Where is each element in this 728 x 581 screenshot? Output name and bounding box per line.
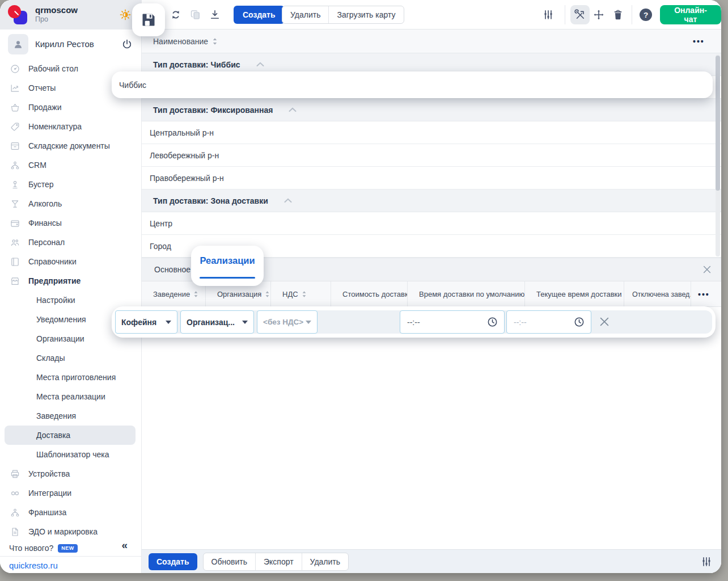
create-realization-button[interactable]: Создать	[149, 553, 197, 570]
book-icon	[9, 256, 20, 267]
col-vat[interactable]: НДС	[271, 281, 331, 307]
sidebar-item-sale-places[interactable]: Места реализации	[0, 387, 141, 406]
zone-row[interactable]: Центральный р-н	[142, 121, 721, 144]
sidebar-item-receipt-template[interactable]: Шаблонизатор чека	[0, 445, 141, 464]
vat-select[interactable]: <без НДС>	[257, 310, 318, 334]
logout-power-icon[interactable]	[121, 39, 133, 50]
load-map-button[interactable]: Загрузить карту	[328, 6, 403, 23]
sidebar-item-sales[interactable]: Продажи	[0, 98, 141, 117]
clock-icon	[573, 316, 585, 328]
sidebar-item-alcohol[interactable]: Алкоголь	[0, 194, 141, 213]
org-chart-icon	[9, 160, 20, 171]
martini-icon	[9, 199, 20, 209]
sidebar-menu: Рабочий стол Отчеты Продажи Номенклатура…	[0, 59, 141, 541]
create-zone-button[interactable]: Создать	[234, 6, 285, 24]
caret-down-icon	[242, 321, 248, 324]
scrollbar-track[interactable]	[716, 54, 720, 256]
main-content: Наименование ••• Тип доставки: Чиббис Чи…	[142, 30, 721, 573]
col-current-time[interactable]: Текущее время доставки	[525, 281, 624, 307]
sidebar-item-staff[interactable]: Персонал	[0, 233, 141, 252]
sidebar-item-warehouses[interactable]: Склады	[0, 348, 141, 368]
online-chat-button[interactable]: Онлайн-чат	[660, 5, 721, 24]
filter-sliders-icon[interactable]	[543, 9, 554, 20]
sidebar-item-warehouse-docs[interactable]: Складские документы	[0, 136, 141, 155]
caret-down-icon	[166, 321, 171, 324]
active-tab-underline	[200, 277, 255, 279]
infinity-icon	[9, 488, 20, 499]
close-panel-icon[interactable]	[701, 264, 713, 275]
zone-row[interactable]: Левобережный р-н	[142, 144, 721, 167]
brand-plan: Про	[35, 15, 48, 23]
tab-main[interactable]: Основное	[154, 265, 191, 274]
document-icon	[9, 527, 20, 537]
col-delivery-cost[interactable]: Стоимость доставки	[331, 281, 408, 307]
sort-icon[interactable]	[265, 290, 270, 298]
sidebar-item-booster[interactable]: Бустер	[0, 175, 141, 194]
sidebar-item-venues[interactable]: Заведения	[0, 406, 141, 426]
chibbis-row-spotlight[interactable]: Чиббис	[112, 71, 713, 98]
wallet-icon	[9, 218, 20, 229]
organization-select[interactable]: Организац...	[180, 310, 254, 334]
zone-row[interactable]: Центр	[142, 212, 721, 235]
toolbar-divider	[632, 5, 632, 24]
sidebar-item-devices[interactable]: Устройства	[0, 464, 141, 483]
current-time-input[interactable]: --:--	[506, 310, 591, 334]
sort-icon[interactable]	[193, 290, 198, 298]
sort-icon[interactable]	[212, 37, 218, 45]
col-disabled-venue[interactable]: Отключена завед...	[624, 281, 691, 307]
group-header-fixed[interactable]: Тип доставки: Фиксированная	[142, 99, 721, 121]
sidebar-item-delivery-selected[interactable]: Доставка	[5, 426, 136, 445]
scrollbar-thumb[interactable]	[716, 56, 720, 191]
sidebar-item-cook-places[interactable]: Места приготовления	[0, 368, 141, 387]
user-row: Кирилл Рестов	[0, 30, 141, 59]
delete-zone-button[interactable]: Удалить	[282, 6, 328, 23]
download-icon[interactable]	[209, 9, 221, 20]
save-button-spotlight[interactable]	[132, 3, 165, 36]
col-default-time[interactable]: Время доставки по умолчанию	[408, 281, 525, 307]
sidebar-item-enterprise[interactable]: Предприятие	[0, 271, 141, 290]
quickresto-link[interactable]: quickresto.ru	[9, 561, 58, 570]
active-tab-spotlight[interactable]: Реализации	[191, 246, 264, 286]
sidebar-item-directories[interactable]: Справочники	[0, 252, 141, 271]
col-venue[interactable]: Заведение	[142, 281, 206, 307]
reports-icon	[9, 83, 20, 94]
quickresto-logo	[8, 5, 27, 24]
toolbar-divider	[565, 5, 565, 24]
tools-icon	[574, 9, 586, 20]
save-floppy-icon	[141, 12, 156, 28]
collapse-sidebar-icon[interactable]: «	[121, 539, 128, 551]
desktop-icon	[9, 64, 20, 74]
trash-icon[interactable]	[612, 9, 624, 20]
sidebar-item-franchise[interactable]: Франшиза	[0, 503, 141, 522]
sidebar-item-integrations[interactable]: Интеграции	[0, 483, 141, 503]
tools-mode-button[interactable]	[570, 5, 590, 24]
sales-basket-icon	[9, 102, 20, 113]
avatar	[8, 34, 28, 54]
venue-select[interactable]: Кофейня	[115, 310, 177, 334]
default-time-input[interactable]: --:--	[400, 310, 505, 334]
zones-table-header: Наименование •••	[142, 30, 721, 53]
sidebar-item-crm[interactable]: CRM	[0, 155, 141, 175]
export-button[interactable]: Экспорт	[255, 553, 302, 570]
refresh-button[interactable]: Обновить	[204, 553, 255, 570]
columns-more-menu[interactable]: •••	[691, 281, 721, 307]
refresh-icon[interactable]	[170, 9, 181, 20]
copy-icon[interactable]	[190, 9, 201, 20]
sidebar-item-nomenclature[interactable]: Номенклатура	[0, 117, 141, 136]
move-icon[interactable]	[593, 9, 604, 20]
whats-new-row[interactable]: Что нового? NEW	[0, 540, 141, 556]
help-icon[interactable]: ?	[640, 9, 652, 21]
tab-realizations[interactable]: Реализации	[191, 255, 264, 266]
group-header-zone[interactable]: Тип доставки: Зона доставки	[142, 190, 721, 212]
theme-brightness-icon[interactable]	[119, 9, 132, 21]
booster-lever-icon	[9, 179, 20, 190]
zone-row[interactable]: Правобережный р-н	[142, 167, 721, 190]
sidebar-item-edo[interactable]: ЭДО и маркировка	[0, 522, 141, 541]
remove-row-icon[interactable]	[598, 315, 611, 328]
storefront-icon	[9, 276, 20, 287]
table-more-menu[interactable]: •••	[693, 30, 705, 53]
sort-icon[interactable]	[302, 290, 307, 298]
footer-sliders-icon[interactable]	[701, 556, 712, 567]
sidebar-item-finance[interactable]: Финансы	[0, 213, 141, 233]
delete-realization-button[interactable]: Удалить	[302, 553, 348, 570]
